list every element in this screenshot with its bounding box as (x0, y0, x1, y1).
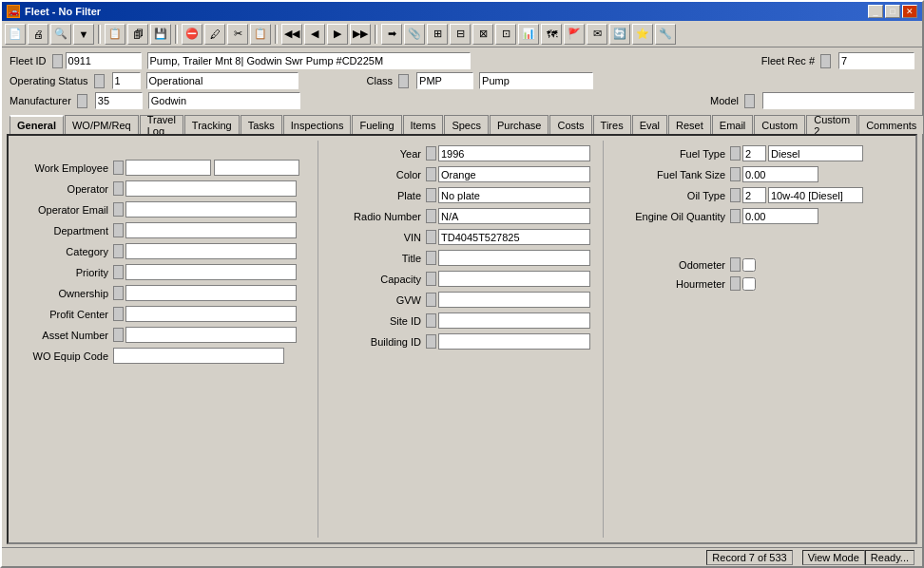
ownership-input[interactable] (125, 285, 297, 301)
tab-costs[interactable]: Costs (549, 115, 591, 134)
asset-number-input[interactable] (125, 327, 297, 343)
copy-button[interactable]: 📋 (105, 24, 125, 45)
map-button[interactable]: 🗺 (541, 24, 562, 45)
delete-button[interactable]: ⛔ (182, 24, 202, 45)
tab-wo-pm-req[interactable]: WO/PM/Req (65, 115, 139, 134)
grid2-button[interactable]: ⊟ (450, 24, 471, 45)
grid4-button[interactable]: ⊡ (495, 24, 516, 45)
tab-inspections[interactable]: Inspections (283, 115, 352, 134)
tab-fueling[interactable]: Fueling (352, 115, 401, 134)
tab-tasks[interactable]: Tasks (241, 115, 282, 134)
next-button[interactable]: ▶ (327, 24, 348, 45)
vin-indicator (426, 230, 436, 244)
class-value-input[interactable] (479, 72, 593, 89)
wo-equip-code-input[interactable] (113, 348, 284, 364)
priority-input[interactable] (125, 264, 297, 280)
operator-label: Operator (13, 183, 108, 195)
wo-equip-code-row: WO Equip Code (13, 348, 310, 364)
tab-purchase[interactable]: Purchase (490, 115, 549, 134)
new-button[interactable]: 📄 (5, 24, 26, 45)
color-input[interactable] (438, 166, 590, 182)
tab-custom2[interactable]: Custom 2 (806, 115, 857, 134)
grid3-button[interactable]: ⊠ (472, 24, 493, 45)
building-id-input[interactable] (438, 333, 590, 350)
category-input[interactable] (125, 243, 297, 259)
fuel-tank-size-input[interactable] (742, 166, 818, 182)
edit-button[interactable]: 🖊 (204, 24, 225, 45)
fuel-type-num-input[interactable] (742, 145, 766, 161)
radio-number-indicator (426, 209, 436, 223)
paste-button[interactable]: 📋 (250, 24, 271, 45)
record-info: Record 7 of 533 (706, 550, 792, 565)
work-employee-input2[interactable] (214, 160, 299, 176)
tab-custom[interactable]: Custom (754, 115, 805, 134)
close-button[interactable]: ✕ (902, 5, 917, 18)
search-button[interactable]: 🔍 (50, 24, 71, 45)
plate-input[interactable] (438, 187, 590, 203)
year-input[interactable] (438, 145, 590, 161)
tab-travel-log[interactable]: Travel Log (140, 115, 183, 134)
operator-input[interactable] (125, 180, 297, 197)
work-employee-label: Work Employee (13, 162, 108, 174)
capacity-input[interactable] (438, 271, 590, 287)
site-id-input[interactable] (438, 312, 590, 329)
profit-center-input[interactable] (125, 306, 297, 322)
print-button[interactable]: 🖨 (28, 24, 48, 45)
oil-type-value-input[interactable] (768, 187, 863, 203)
refresh-button[interactable]: 🔄 (609, 24, 630, 45)
op-status-value-input[interactable] (146, 72, 298, 89)
category-indicator (113, 244, 124, 258)
last-button[interactable]: ▶▶ (350, 24, 371, 45)
oil-type-indicator (730, 188, 741, 202)
tab-comments[interactable]: Comments (858, 115, 924, 134)
grid1-button[interactable]: ⊞ (427, 24, 448, 45)
tab-items[interactable]: Items (403, 115, 444, 134)
department-input[interactable] (125, 222, 297, 238)
tools-button[interactable]: 🔧 (655, 24, 676, 45)
first-button[interactable]: ◀◀ (281, 24, 302, 45)
save-button[interactable]: 💾 (150, 24, 171, 45)
tab-email[interactable]: Email (712, 115, 754, 134)
fleet-description-input[interactable] (147, 52, 471, 69)
title-input[interactable] (438, 250, 590, 266)
goto-button[interactable]: ➡ (381, 24, 402, 45)
work-employee-input1[interactable] (125, 160, 211, 176)
star-button[interactable]: ⭐ (632, 24, 653, 45)
maximize-button[interactable]: □ (885, 5, 900, 18)
class-code-input[interactable] (416, 72, 473, 89)
tab-tires[interactable]: Tires (593, 115, 631, 134)
operator-email-input[interactable] (125, 201, 297, 218)
gvw-input[interactable] (438, 292, 590, 308)
tab-reset[interactable]: Reset (668, 115, 711, 134)
oil-type-num-input[interactable] (742, 187, 766, 203)
fuel-type-value-input[interactable] (768, 145, 863, 161)
manufacturer-value-input[interactable] (148, 92, 300, 109)
flag-button[interactable]: 🚩 (564, 24, 585, 45)
chart-button[interactable]: 📊 (518, 24, 539, 45)
manufacturer-num-input[interactable] (95, 92, 143, 109)
radio-number-input[interactable] (438, 208, 590, 224)
filter-button[interactable]: ▼ (73, 24, 94, 45)
engine-oil-quantity-input[interactable] (742, 208, 818, 224)
page-button[interactable]: 🗐 (127, 24, 148, 45)
cut-button[interactable]: ✂ (227, 24, 248, 45)
tab-tracking[interactable]: Tracking (184, 115, 240, 134)
gvw-label: GVW (326, 294, 421, 306)
building-id-label: Building ID (326, 336, 421, 348)
odometer-checkbox[interactable] (742, 258, 756, 272)
fleet-id-input[interactable] (66, 52, 142, 69)
hourmeter-label: Hourmeter (611, 278, 725, 290)
op-status-num-input[interactable] (112, 72, 141, 89)
email-button[interactable]: ✉ (587, 24, 607, 45)
tab-eval[interactable]: Eval (632, 115, 667, 134)
tab-specs[interactable]: Specs (444, 115, 489, 134)
work-employee-row: Work Employee (13, 160, 310, 176)
vin-input[interactable] (438, 229, 590, 245)
tab-general[interactable]: General (10, 115, 64, 134)
model-input[interactable] (762, 92, 914, 109)
prev-button[interactable]: ◀ (304, 24, 325, 45)
attach-button[interactable]: 📎 (404, 24, 425, 45)
minimize-button[interactable]: _ (868, 5, 883, 18)
hourmeter-checkbox[interactable] (742, 277, 756, 291)
fleet-rec-input[interactable] (838, 52, 914, 69)
